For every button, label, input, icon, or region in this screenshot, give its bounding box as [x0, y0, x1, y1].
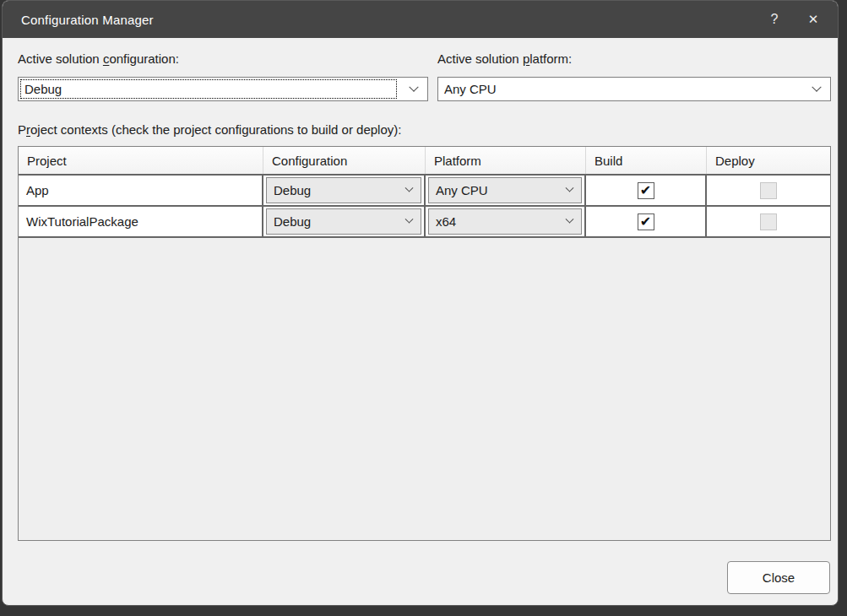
dropdown-button[interactable]	[397, 209, 421, 234]
close-button[interactable]: Close	[727, 561, 830, 594]
table-row: App Debug Any CPU ✔	[19, 176, 830, 207]
column-header-platform[interactable]: Platform	[426, 147, 586, 174]
active-solution-platform-combobox[interactable]: Any CPU	[437, 77, 831, 101]
active-solution-platform-value: Any CPU	[438, 82, 803, 96]
titlebar: Configuration Manager ? ✕	[3, 1, 838, 38]
chevron-down-icon	[404, 184, 413, 192]
chevron-down-icon	[565, 184, 573, 192]
project-name-cell[interactable]: App	[19, 176, 263, 205]
chevron-down-icon	[409, 82, 418, 91]
platform-cell: x64	[426, 207, 586, 236]
build-checkbox[interactable]: ✔	[638, 213, 654, 230]
row-platform-combobox[interactable]: x64	[428, 208, 582, 235]
active-solution-configuration-value: Debug	[19, 82, 400, 96]
chevron-down-icon	[404, 215, 413, 224]
deploy-cell	[707, 207, 830, 236]
active-solution-configuration-combobox[interactable]: Debug	[18, 77, 428, 101]
column-header-configuration[interactable]: Configuration	[263, 147, 426, 174]
build-cell: ✔	[586, 207, 707, 236]
column-header-deploy[interactable]: Deploy	[707, 147, 830, 174]
project-name-cell[interactable]: WixTutorialPackage	[19, 207, 263, 236]
help-button[interactable]: ?	[755, 1, 794, 38]
column-header-build[interactable]: Build	[586, 147, 707, 174]
active-solution-platform-label: Active solution platform:	[437, 51, 572, 66]
window-close-button[interactable]: ✕	[794, 1, 833, 38]
row-configuration-combobox[interactable]: Debug	[266, 177, 421, 203]
grid-header-row: Project Configuration Platform Build Dep…	[19, 147, 830, 176]
row-configuration-combobox[interactable]: Debug	[266, 208, 421, 235]
build-cell: ✔	[586, 176, 707, 205]
platform-cell: Any CPU	[426, 176, 586, 205]
column-header-project[interactable]: Project	[19, 147, 263, 174]
configuration-manager-dialog: Configuration Manager ? ✕ Active solutio…	[2, 0, 839, 606]
table-row: WixTutorialPackage Debug x64 ✔	[19, 207, 830, 238]
configuration-cell: Debug	[263, 207, 426, 236]
active-solution-configuration-label: Active solution configuration:	[18, 51, 179, 66]
chevron-down-icon	[812, 82, 821, 91]
chevron-down-icon	[565, 215, 573, 224]
dropdown-button[interactable]	[400, 78, 427, 100]
project-contexts-grid: Project Configuration Platform Build Dep…	[18, 146, 831, 541]
project-contexts-label: Project contexts (check the project conf…	[18, 122, 401, 137]
dropdown-button[interactable]	[397, 178, 421, 203]
window-title: Configuration Manager	[3, 13, 755, 27]
configuration-cell: Debug	[263, 176, 426, 205]
build-checkbox[interactable]: ✔	[638, 182, 654, 199]
dropdown-button[interactable]	[557, 178, 581, 203]
deploy-cell	[707, 176, 830, 205]
dropdown-button[interactable]	[803, 78, 830, 100]
table-empty-area	[19, 238, 830, 538]
row-platform-combobox[interactable]: Any CPU	[428, 177, 582, 203]
deploy-checkbox	[760, 182, 777, 199]
dropdown-button[interactable]	[557, 209, 581, 234]
deploy-checkbox	[760, 213, 777, 230]
